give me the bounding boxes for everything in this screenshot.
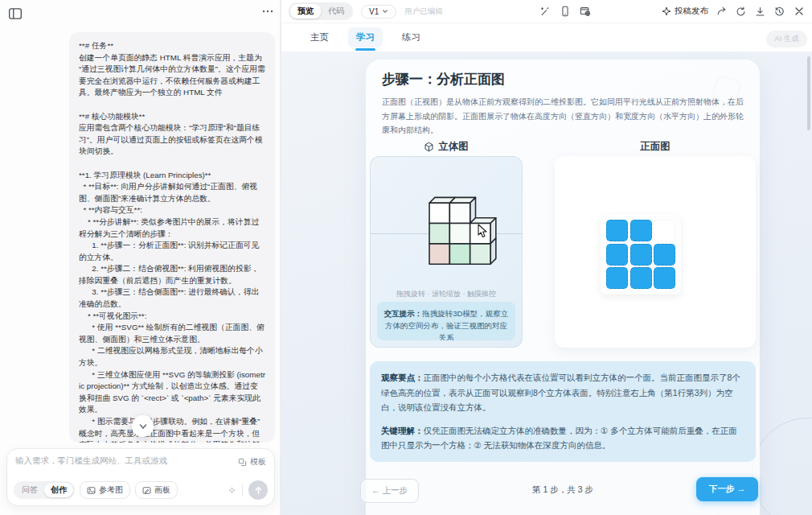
front-grid-cell-filled <box>630 220 652 241</box>
viewer-hint: 拖拽旋转 · 滚轮缩放 · 触摸操控 <box>371 289 522 299</box>
front-grid-cell-filled <box>606 267 628 289</box>
notes-box: 观察要点：正面图中的每个小方格代表在该位置可以看到立方体的一个面。当前正面图显示… <box>370 361 756 462</box>
user-message-bubble: **# 任务** 创建一个单页面的静态 HTML 科普演示应用，主题为“通过三视… <box>69 32 275 443</box>
chat-panel: **# 任务** 创建一个单页面的静态 HTML 科普演示应用，主题为“通过三视… <box>0 0 280 515</box>
decorative-circle <box>752 418 812 515</box>
front-grid-cell-filled <box>630 244 652 266</box>
mode-toggle: 问答 创作 <box>14 481 75 499</box>
chevron-down-icon <box>382 8 388 14</box>
ai-generated-badge: AI 生成 <box>766 31 807 47</box>
view-mode-toggle: 预览 代码 <box>289 2 353 20</box>
sidebar-collapse-icon[interactable] <box>8 6 23 21</box>
board-icon <box>142 486 151 495</box>
publish-star-icon <box>662 6 671 16</box>
history-icon[interactable] <box>773 6 785 18</box>
next-step-button[interactable]: 下一步 → <box>696 477 758 501</box>
board-button[interactable]: 画板 <box>135 481 178 499</box>
toolbar-divider <box>242 484 243 496</box>
template-label: 模板 <box>250 456 266 468</box>
note2-label: 关键理解： <box>381 426 424 435</box>
prev-step-button[interactable]: ← 上一步 <box>360 479 419 503</box>
note2-text: 仅凭正面图无法确定立方体的准确数量，因为：① 多个立方体可能前后重叠，在正面图中… <box>381 426 737 451</box>
preview-panel: 预览 代码 V1 用户已编辑 <box>281 0 812 515</box>
publish-label: 投稿发布 <box>675 6 708 17</box>
tip-label: 交互提示： <box>384 309 423 318</box>
left-view-title: 立体图 <box>438 140 469 154</box>
reference-image-label: 参考图 <box>99 484 123 496</box>
front-grid-cell-filled <box>654 267 675 289</box>
tab-learn[interactable]: 学习 <box>348 27 383 47</box>
tab-home[interactable]: 主页 <box>302 27 337 47</box>
user-message-text: **# 任务** 创建一个单页面的静态 HTML 科普演示应用，主题为“通过三视… <box>79 40 265 443</box>
front-grid-cell-filled <box>606 244 628 266</box>
more-menu-icon[interactable] <box>259 5 277 18</box>
step-description: 正面图（正视图）是从物体正前方观察得到的二维投影图。它如同用平行光线从正前方照射… <box>382 95 748 138</box>
preview-viewport: 步骤一：分析正面图 正面图（正视图）是从物体正前方观察得到的二维投影图。它如同用… <box>281 52 812 515</box>
observation-note: 观察要点：正面图中的每个小方格代表在该位置可以看到立方体的一个面。当前正面图显示… <box>381 370 744 415</box>
image-icon <box>87 486 96 495</box>
cube-3d-model[interactable] <box>420 179 501 270</box>
enhance-sparkle-icon[interactable]: ✧ <box>228 484 236 496</box>
front-view-grid <box>601 214 681 295</box>
edited-status: 用户已编辑 <box>404 6 443 17</box>
right-view-title: 正面图 <box>640 140 671 154</box>
scroll-to-bottom-button[interactable] <box>132 415 154 437</box>
send-button[interactable] <box>248 480 268 500</box>
prompt-input[interactable] <box>15 455 200 476</box>
share-icon[interactable] <box>716 6 728 18</box>
cube-3d-icon <box>424 142 434 152</box>
refresh-icon[interactable] <box>735 6 747 18</box>
template-icon <box>238 458 247 467</box>
front-grid-cell-empty <box>654 220 675 241</box>
preview-toggle[interactable]: 预览 <box>290 4 321 19</box>
board-label: 画板 <box>154 484 170 496</box>
left-view-header: 立体图 <box>370 140 523 154</box>
front-view-card <box>555 156 756 348</box>
prompt-input-card: 模板 问答 创作 参考图 画板 <box>6 448 275 506</box>
version-dropdown[interactable]: V1 <box>361 5 396 19</box>
note1-text: 正面图中的每个小方格代表在该位置可以看到立方体的一个面。当前正面图显示了8个绿色… <box>381 373 740 412</box>
version-label: V1 <box>369 7 379 16</box>
preview-header: 预览 代码 V1 用户已编辑 <box>281 0 812 23</box>
step-title: 步骤一：分析正面图 <box>382 70 505 89</box>
open-in-browser-icon[interactable] <box>580 6 592 18</box>
magic-fix-icon[interactable] <box>539 6 552 18</box>
reference-image-button[interactable]: 参考图 <box>80 481 130 499</box>
input-toolbar: 问答 创作 参考图 画板 ✧ <box>14 480 268 500</box>
step-indicator: 第 1 步，共 3 步 <box>466 484 659 496</box>
template-button[interactable]: 模板 <box>238 456 266 468</box>
front-grid-cell-filled <box>630 267 652 289</box>
mobile-view-icon[interactable] <box>560 6 572 18</box>
note1-label: 观察要点： <box>381 373 424 382</box>
key-understanding-note: 关键理解：仅凭正面图无法确定立方体的准确数量，因为：① 多个立方体可能前后重叠，… <box>381 423 744 453</box>
mode-answer[interactable]: 问答 <box>15 483 44 497</box>
cube-3d-viewer[interactable]: 拖拽旋转 · 滚轮缩放 · 触摸操控 交互提示：拖拽旋转3D模型，观察立方体的空… <box>370 156 523 348</box>
right-view-header: 正面图 <box>555 140 756 154</box>
scrollbar-thumb[interactable] <box>807 56 810 130</box>
interaction-tip: 交互提示：拖拽旋转3D模型，观察立方体的空间分布，验证三视图的对应关系 <box>377 302 515 340</box>
tab-practice[interactable]: 练习 <box>394 27 429 47</box>
front-grid-cell-filled <box>606 220 628 241</box>
front-grid-cell-filled <box>654 244 675 266</box>
mouse-cursor <box>478 224 489 238</box>
preview-tabs-bar: 主页 学习 练习 <box>281 23 812 52</box>
download-icon[interactable] <box>754 6 766 18</box>
mode-create[interactable]: 创作 <box>44 483 73 497</box>
publish-button[interactable]: 投稿发布 <box>662 6 708 17</box>
close-icon[interactable] <box>793 6 805 18</box>
code-toggle[interactable]: 代码 <box>321 4 351 19</box>
step-card: 步骤一：分析正面图 正面图（正视图）是从物体正前方观察得到的二维投影图。它如同用… <box>366 60 760 515</box>
